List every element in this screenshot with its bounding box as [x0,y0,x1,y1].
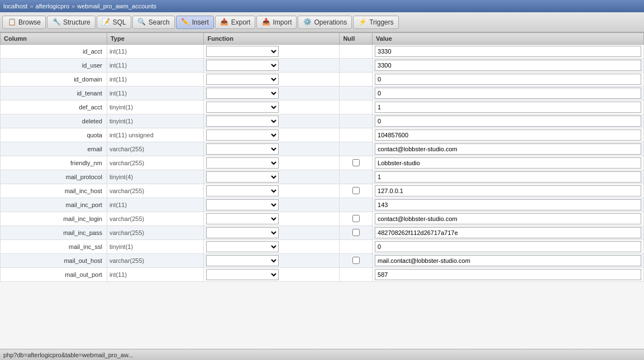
function-select[interactable] [206,171,279,183]
cell-null[interactable] [340,114,373,128]
cell-function[interactable] [204,45,340,59]
value-input[interactable] [375,241,641,252]
cell-function[interactable] [204,170,340,184]
cell-function[interactable] [204,142,340,156]
function-select[interactable] [206,46,279,57]
value-input[interactable] [375,227,641,238]
value-input[interactable] [375,255,641,266]
cell-function[interactable] [204,87,340,100]
import-button[interactable]: Import [256,16,297,29]
value-input[interactable] [375,185,641,196]
value-input[interactable] [375,269,641,280]
cell-value[interactable] [373,240,644,254]
value-input[interactable] [375,157,641,169]
cell-value[interactable] [373,226,644,240]
cell-null[interactable] [340,73,373,87]
value-input[interactable] [375,60,641,71]
operations-button[interactable]: Operations [298,16,352,29]
value-input[interactable] [375,143,641,155]
cell-value[interactable] [373,100,644,114]
function-select[interactable] [206,102,279,113]
cell-value[interactable] [373,59,644,73]
function-select[interactable] [206,255,279,266]
cell-function[interactable] [204,100,340,114]
cell-null[interactable] [340,254,373,268]
function-select[interactable] [206,213,279,224]
null-checkbox[interactable] [352,187,360,194]
function-select[interactable] [206,129,279,141]
cell-value[interactable] [373,45,644,59]
cell-value[interactable] [373,128,644,142]
cell-function[interactable] [204,59,340,73]
function-select[interactable] [206,185,279,196]
value-input[interactable] [375,199,641,210]
sql-button[interactable]: SQL [97,16,131,29]
cell-function[interactable] [204,212,340,226]
cell-null[interactable] [340,87,373,100]
cell-function[interactable] [204,268,340,282]
browse-button[interactable]: Browse [2,16,46,29]
cell-function[interactable] [204,73,340,87]
cell-function[interactable] [204,226,340,240]
cell-value[interactable] [373,212,644,226]
cell-null[interactable] [340,142,373,156]
function-select[interactable] [206,199,279,210]
cell-function[interactable] [204,184,340,198]
function-select[interactable] [206,157,279,169]
cell-value[interactable] [373,254,644,268]
cell-function[interactable] [204,156,340,170]
function-select[interactable] [206,88,279,99]
structure-button[interactable]: Structure [47,16,96,29]
cell-null[interactable] [340,226,373,240]
cell-value[interactable] [373,142,644,156]
export-button[interactable]: Export [215,16,256,29]
cell-null[interactable] [340,268,373,282]
function-select[interactable] [206,74,279,85]
cell-value[interactable] [373,87,644,100]
cell-value[interactable] [373,268,644,282]
cell-function[interactable] [204,114,340,128]
cell-function[interactable] [204,254,340,268]
value-input[interactable] [375,129,641,141]
null-checkbox[interactable] [352,229,360,236]
cell-value[interactable] [373,184,644,198]
cell-function[interactable] [204,240,340,254]
cell-null[interactable] [340,156,373,170]
value-input[interactable] [375,213,641,224]
cell-null[interactable] [340,128,373,142]
cell-value[interactable] [373,198,644,212]
value-input[interactable] [375,88,641,99]
function-select[interactable] [206,227,279,238]
value-input[interactable] [375,74,641,85]
cell-null[interactable] [340,198,373,212]
cell-null[interactable] [340,184,373,198]
table-row: id_domainint(11) [1,73,644,87]
cell-null[interactable] [340,45,373,59]
cell-value[interactable] [373,73,644,87]
search-button[interactable]: Search [132,16,175,29]
null-checkbox[interactable] [352,215,360,222]
function-select[interactable] [206,116,279,127]
cell-null[interactable] [340,212,373,226]
cell-value[interactable] [373,114,644,128]
cell-value[interactable] [373,170,644,184]
null-checkbox[interactable] [352,159,360,166]
value-input[interactable] [375,116,641,127]
null-checkbox[interactable] [352,257,360,264]
value-input[interactable] [375,102,641,113]
cell-null[interactable] [340,100,373,114]
value-input[interactable] [375,171,641,183]
insert-button[interactable]: Insert [176,16,214,29]
cell-function[interactable] [204,128,340,142]
cell-null[interactable] [340,170,373,184]
cell-value[interactable] [373,156,644,170]
function-select[interactable] [206,60,279,71]
cell-function[interactable] [204,198,340,212]
function-select[interactable] [206,143,279,155]
value-input[interactable] [375,46,641,57]
cell-null[interactable] [340,59,373,73]
function-select[interactable] [206,241,279,252]
cell-null[interactable] [340,240,373,254]
triggers-button[interactable]: Triggers [353,16,399,29]
function-select[interactable] [206,269,279,280]
